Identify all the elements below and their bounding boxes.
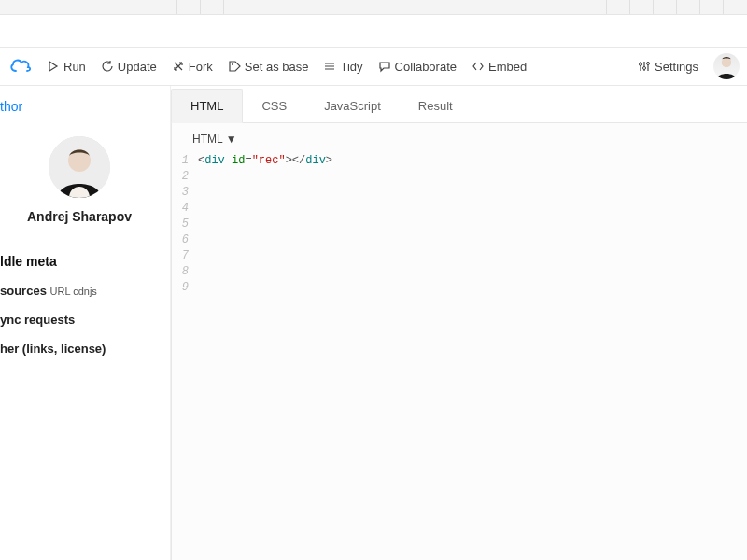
code-token: " [278,154,285,167]
svg-point-3 [647,63,650,65]
jsfiddle-logo[interactable] [7,53,34,79]
tab-strip-cell [607,0,630,14]
play-icon [47,60,60,73]
collaborate-button[interactable]: Collaborate [371,56,465,77]
svg-point-0 [232,63,233,65]
tidy-button[interactable]: Tidy [316,56,370,77]
tab-strip-cell [224,0,607,14]
code-editor[interactable]: 1 2 3 4 5 6 7 8 9 <div id="rec"></div> [172,151,747,560]
code-token: id [232,154,245,167]
tab-strip-cell [654,0,677,14]
line-number: 2 [172,169,189,185]
person-icon [49,136,110,198]
fork-button[interactable]: Fork [164,56,220,77]
svg-point-5 [722,58,731,67]
set-as-base-button[interactable]: Set as base [220,56,317,77]
person-icon [713,53,740,79]
sidebar: thor Andrej Sharapov ldle meta sources U… [0,86,171,560]
tab-strip-cell [0,0,177,14]
sliders-icon [638,60,651,73]
code-token: div [305,154,326,167]
chat-icon [378,60,391,73]
code-token: > [286,154,292,167]
code-token: </ [292,154,305,167]
tab-result[interactable]: Result [400,90,472,122]
tidy-label: Tidy [340,60,362,74]
sidebar-resources-label: sources [0,284,47,298]
tab-strip-cell [201,0,224,14]
code-token: div [204,154,225,167]
sidebar-resources-sub: URL cdnjs [50,286,97,297]
user-avatar-small[interactable] [713,53,740,79]
tab-css[interactable]: CSS [243,90,305,122]
sidebar-item-async[interactable]: ync requests [0,313,159,327]
line-number: 3 [172,185,189,201]
author-avatar-wrap [0,136,159,198]
run-button[interactable]: Run [39,56,93,77]
collaborate-label: Collaborate [395,60,458,74]
svg-point-2 [643,67,646,70]
editor-wrap: HTML ▼ 1 2 3 4 5 6 7 8 9 <div id="rec"><… [171,123,747,560]
fork-label: Fork [189,60,213,74]
line-number: 9 [172,280,189,296]
sidebar-meta-heading[interactable]: ldle meta [0,254,159,269]
code-content[interactable]: <div id="rec"></div> [192,151,747,560]
tab-javascript[interactable]: JavaScript [305,90,400,122]
svg-point-1 [640,63,642,66]
embed-label: Embed [488,60,527,74]
settings-label: Settings [655,60,698,74]
code-token: = [245,154,251,167]
settings-button[interactable]: Settings [630,56,706,77]
tidy-icon [323,60,336,73]
update-icon [101,60,114,73]
editor-tabs: HTML CSS JavaScript Result [171,86,747,123]
toolbar-gap [0,15,747,47]
code-token [225,154,232,167]
set-as-base-label: Set as base [245,60,309,74]
line-number: 6 [172,232,189,248]
run-label: Run [63,60,86,74]
update-button[interactable]: Update [93,56,164,77]
tab-strip-cell [630,0,654,14]
line-number: 7 [172,248,189,264]
author-name[interactable]: Andrej Sharapov [0,209,159,224]
main-area: HTML CSS JavaScript Result HTML ▼ 1 2 3 … [171,86,747,560]
code-token: rec [259,154,279,167]
tab-strip-cell [177,0,201,14]
sidebar-item-other[interactable]: her (links, license) [0,342,159,356]
line-number: 1 [172,153,189,169]
chevron-down-icon: ▼ [226,133,237,146]
language-dropdown[interactable]: HTML ▼ [192,133,237,146]
line-number: 4 [172,201,189,217]
sidebar-item-resources[interactable]: sources URL cdnjs [0,284,159,298]
embed-button[interactable]: Embed [464,56,534,77]
browser-tab-strip [0,0,747,15]
tab-strip-cell [724,0,747,14]
code-token: " [252,154,259,167]
line-number: 5 [172,217,189,232]
language-label: HTML [192,133,223,146]
main-toolbar: Run Update Fork Set as base Tidy Collabo… [0,47,747,86]
line-number: 8 [172,264,189,280]
code-token: > [326,154,332,167]
update-label: Update [118,60,157,74]
content-body: thor Andrej Sharapov ldle meta sources U… [0,86,747,560]
embed-icon [472,60,485,73]
sidebar-author-heading[interactable]: thor [0,95,159,119]
line-gutter: 1 2 3 4 5 6 7 8 9 [172,151,192,560]
tab-strip-cell [700,0,724,14]
tag-icon [228,60,241,73]
fork-icon [172,60,185,73]
tab-html[interactable]: HTML [171,89,243,123]
tab-strip-cell [677,0,700,14]
cloud-icon [8,57,33,76]
author-avatar[interactable] [49,136,110,198]
